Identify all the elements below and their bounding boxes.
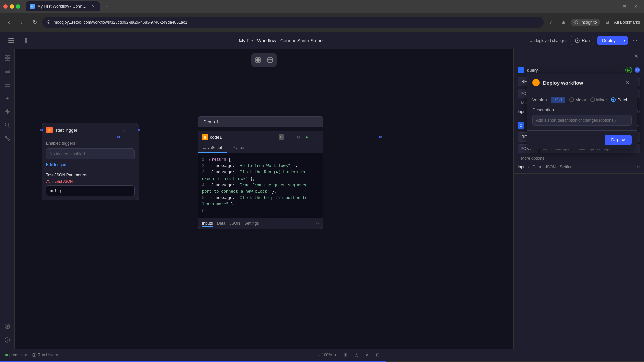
svg-rect-15 [5,72,10,73]
modal-close-btn[interactable]: ✕ [624,79,632,87]
code-tab-py[interactable]: Python [227,143,251,153]
address-bar[interactable]: moodjoy1.retool.com/workflows/323cd092-8… [42,17,544,28]
svg-text:?: ? [6,338,8,342]
start-trigger-node: ⚡ startTrigger − ⊡ ··· Enabled triggers … [42,123,139,200]
close-window-btn[interactable] [3,4,8,9]
start-trigger-more-btn[interactable]: ··· [128,127,135,133]
patch-radio[interactable] [611,97,616,102]
svg-marker-9 [577,40,579,42]
query2-tab-json[interactable]: JSON [545,165,556,169]
bottom-bar: production Run history - 100% + ⊞ ◎ ✕ ⊟ [0,349,644,361]
query2-tab-settings[interactable]: Settings [560,165,574,169]
browser-title-bar: R My First Workflow - Connor Sm... ✕ + ⊟… [0,0,644,13]
code-editor: 1▼return [ 2 { message: "Hello from Work… [198,153,323,218]
desc-input[interactable] [532,115,632,126]
query2-refresh-btn[interactable]: ↻ [637,165,640,169]
svg-line-21 [8,126,10,128]
deploy-btn-group: Deploy ▾ [597,36,628,45]
major-radio[interactable] [569,97,574,102]
version-option-minor[interactable]: Minor [590,97,607,102]
deploy-btn[interactable]: Deploy [597,36,621,45]
query1-expand-btn[interactable]: ⊡ [615,66,623,74]
svg-text:!: ! [48,181,48,183]
canvas-area[interactable]: ⚡ startTrigger − ⊡ ··· Enabled triggers … [15,49,513,349]
code-footer-tab-settings[interactable]: Settings [244,220,259,226]
edit-triggers-btn[interactable]: Edit triggers [46,162,67,167]
forward-btn[interactable]: › [17,17,27,27]
back-btn[interactable]: ‹ [4,17,14,27]
canvas-tool-layout[interactable] [265,55,275,65]
zoom-out-btn[interactable]: - [318,352,320,358]
query2-footer: Inputs Data JSON Settings ↻ [514,163,644,172]
view-icon-btn[interactable]: ⊟ [373,350,382,360]
code-run-btn[interactable]: ▶ [304,134,310,140]
deploy-dropdown-btn[interactable]: ▾ [621,36,628,45]
code-more-btn[interactable]: ··· [312,134,319,140]
version-option-major[interactable]: Major [569,97,586,102]
bookmark-manager-btn[interactable]: ⊟ [602,17,612,27]
demo-block-header: Demo 1 [198,116,323,127]
version-option-patch[interactable]: Patch [611,97,628,102]
more-options-btn[interactable]: ··· [632,36,639,45]
code-footer-refresh[interactable]: ↻ [316,221,319,226]
browser-tab-active[interactable]: R My First Workflow - Connor Sm... ✕ [26,1,100,11]
star-btn[interactable]: ☆ [546,17,556,27]
zoom-in-btn[interactable]: + [334,352,337,358]
patch-radio-inner [612,99,614,101]
cross-icon-btn[interactable]: ✕ [362,350,372,360]
incognito-label: Incognito [581,20,597,25]
incognito-btn[interactable]: Incognito [571,19,600,26]
restore-btn[interactable]: ⊟ [619,1,629,11]
right-panel-close-btn[interactable]: ✕ [632,52,640,60]
window-close-btn[interactable]: ✕ [631,1,641,11]
code-tab-js[interactable]: JavaScript [198,143,227,153]
code-tabs: JavaScript Python [198,143,323,153]
query1-run-btn[interactable]: ▶ [625,67,632,73]
query2-tab-inputs[interactable]: Inputs [518,165,529,169]
code-footer-tab-json[interactable]: JSON [229,220,240,226]
run-btn[interactable]: Run [571,36,594,45]
svg-marker-19 [5,109,10,115]
run-history-btn[interactable]: Run history [32,353,58,357]
production-indicator[interactable]: production [5,353,28,357]
sidebar-icon-bolt[interactable] [1,106,13,118]
query2-tab-data[interactable]: Data [533,165,541,169]
refresh-btn[interactable]: ↻ [30,17,40,27]
canvas-tool-grid[interactable] [253,55,263,65]
start-trigger-title: startTrigger [55,128,109,133]
minor-radio[interactable] [590,97,595,102]
modal-deploy-btn[interactable]: Deploy [605,135,632,145]
sidebar-icon-grid[interactable] [1,52,13,64]
minimize-window-btn[interactable] [10,4,14,9]
bookmarks-btn[interactable]: All Bookmarks [614,20,640,25]
query2-more-options-btn[interactable]: + More options [518,156,640,161]
query1-minimize-btn[interactable]: − [605,66,612,74]
maximize-window-btn[interactable] [16,4,20,9]
sidebar-icon-help[interactable]: ? [1,334,13,346]
code-copy-btn[interactable]: ⊟ [279,134,284,140]
new-tab-btn[interactable]: + [102,2,112,11]
run-history-label: Run history [38,353,58,357]
sidebar-icon-add[interactable] [1,320,13,333]
code-line-2: 2 { message: "Hello from Workflows" }, [202,163,319,169]
version-value: 0.1.1 [551,97,565,103]
sidebar-icon-list[interactable] [1,79,13,91]
sidebar-icon-sparkle[interactable]: ✦ [1,92,13,104]
start-trigger-minimize-btn[interactable]: − [112,127,118,133]
code-footer-tab-data[interactable]: Data [217,220,225,226]
code-expand-btn[interactable]: ⊡ [295,134,302,140]
menu-icon-btn[interactable] [5,35,17,47]
layout-toggle-btn[interactable] [20,35,32,47]
code-minimize-btn[interactable]: − [286,134,293,140]
extensions-btn[interactable]: ⊞ [558,17,569,27]
fit-icon-btn[interactable]: ⊞ [341,350,350,360]
sidebar-icon-branch[interactable] [1,132,13,144]
sidebar-icon-layers[interactable] [1,65,13,77]
code-footer-tab-inputs[interactable]: Inputs [202,220,213,227]
sidebar-icon-search[interactable] [1,119,13,131]
tab-close-btn[interactable]: ✕ [90,4,96,9]
pointer-icon-btn[interactable]: ◎ [352,350,361,360]
json-input[interactable]: null; [46,185,135,196]
start-trigger-expand-btn[interactable]: ⊡ [120,127,126,133]
right-panel-header: ✕ [514,49,644,63]
